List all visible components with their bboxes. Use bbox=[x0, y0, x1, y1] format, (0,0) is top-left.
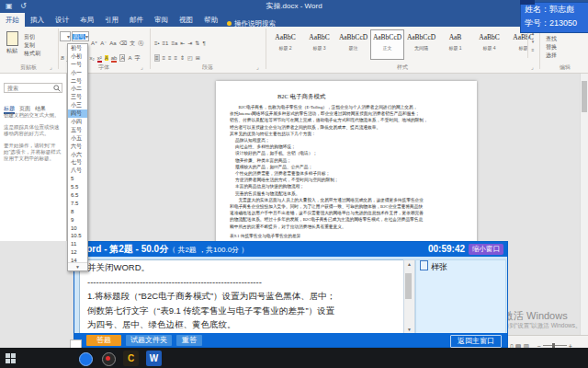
clipboard-button[interactable]: 复制 bbox=[24, 41, 40, 50]
sample-item[interactable]: 样张 bbox=[416, 260, 505, 273]
paragraph-tool-icon[interactable]: ≡ bbox=[163, 55, 166, 61]
nav-tab[interactable]: 页面 bbox=[19, 106, 30, 112]
answer-button[interactable]: 答题 bbox=[86, 335, 121, 346]
paste-button[interactable]: 粘贴 bbox=[3, 30, 21, 60]
font-size-option[interactable]: 10.5 bbox=[68, 232, 87, 240]
dropdown-scroll-down-icon[interactable]: ▼ bbox=[68, 262, 87, 270]
taskbar-recorder-icon[interactable] bbox=[100, 351, 116, 366]
style-item[interactable]: AaBbCcD 正文 bbox=[370, 29, 404, 60]
paragraph-tool-icon[interactable]: ≡ bbox=[175, 55, 178, 61]
font-size-combobox[interactable]: 四号▾ bbox=[72, 31, 89, 41]
tell-me-search[interactable]: 操作说明搜索 bbox=[227, 13, 276, 27]
question-scrollbar[interactable]: ▲ ▼ bbox=[403, 259, 415, 334]
paragraph-tool-icon[interactable]: ⊞ bbox=[196, 54, 200, 61]
paragraph-tool-icon[interactable]: ¶ bbox=[202, 40, 205, 46]
font-size-option[interactable]: 小六 bbox=[68, 151, 87, 159]
style-item[interactable]: AaBbC 标题 3 bbox=[302, 29, 336, 60]
document-scrollbar[interactable] bbox=[580, 74, 588, 335]
paragraph-tool-icon[interactable]: ≡ bbox=[168, 55, 172, 61]
ribbon-tab[interactable]: 审阅 bbox=[149, 13, 174, 27]
zoom-slider[interactable] bbox=[543, 345, 567, 346]
style-item[interactable]: AaBbCcD 无间隔 bbox=[404, 29, 438, 60]
taskbar-word-icon[interactable]: W bbox=[146, 351, 162, 366]
taskbar-exam-app-icon[interactable]: C bbox=[123, 351, 139, 366]
font-size-option[interactable]: 11 bbox=[68, 240, 87, 248]
font-size-option[interactable]: 四号 bbox=[68, 109, 87, 118]
paragraph-tool-icon[interactable]: ≡a bbox=[171, 40, 177, 46]
font-dialog-launcher-icon[interactable]: ⌟ bbox=[141, 63, 143, 70]
redo-button[interactable]: 重答 bbox=[176, 335, 202, 346]
style-item[interactable]: AaB 标题 1 bbox=[438, 29, 472, 60]
font-size-option[interactable]: 五号 bbox=[68, 126, 87, 134]
scrollbar-thumb[interactable] bbox=[582, 81, 587, 112]
ribbon-tab[interactable]: 开始 bbox=[0, 13, 25, 27]
paragraph-tool-icon[interactable]: ≡1 bbox=[163, 40, 169, 46]
paragraph-tool-icon[interactable]: ⇥ bbox=[187, 40, 192, 46]
font-size-option[interactable]: 三号 bbox=[68, 93, 87, 101]
font-size-option[interactable]: 小三 bbox=[68, 101, 87, 109]
paragraph-dialog-launcher-icon[interactable]: ⌟ bbox=[256, 63, 259, 70]
font-size-option[interactable]: 7.5 bbox=[68, 200, 87, 208]
font-size-option[interactable]: 5 bbox=[68, 175, 87, 183]
editing-button[interactable]: 替换 bbox=[546, 43, 557, 52]
font-tool-icon[interactable]: ⌫ bbox=[119, 40, 127, 46]
paragraph-tool-icon[interactable]: ≡ bbox=[154, 54, 160, 62]
font-size-option[interactable]: 初号 bbox=[68, 44, 87, 52]
clipboard-dialog-launcher-icon[interactable]: ⌟ bbox=[50, 63, 52, 70]
font-size-option[interactable]: 8 bbox=[68, 208, 87, 216]
font-tool-icon[interactable]: x² bbox=[97, 55, 102, 63]
nav-tab[interactable]: 结果 bbox=[35, 106, 46, 112]
styles-dialog-launcher-icon[interactable]: ⌟ bbox=[531, 63, 534, 70]
font-tool-icon[interactable]: x₂ bbox=[89, 55, 94, 61]
font-size-option[interactable]: 七号 bbox=[68, 158, 87, 167]
font-size-option[interactable]: 5.5 bbox=[68, 183, 87, 191]
paragraph-tool-icon[interactable]: ⇕ bbox=[180, 54, 185, 61]
font-size-option[interactable]: 小初 bbox=[68, 52, 87, 61]
exam-folder-button[interactable]: 试题文件夹 bbox=[126, 335, 172, 346]
font-tool-icon[interactable]: ab bbox=[111, 55, 118, 63]
font-size-option[interactable]: 八号 bbox=[68, 167, 87, 175]
font-size-option[interactable]: 二号 bbox=[68, 77, 87, 86]
ribbon-tab[interactable]: 邮件 bbox=[124, 13, 149, 27]
font-tool-icon[interactable]: B bbox=[61, 55, 64, 61]
back-to-main-button[interactable]: 返回主窗口 bbox=[450, 335, 502, 348]
editing-button[interactable]: 选择 bbox=[546, 52, 557, 60]
font-size-option[interactable]: 小五 bbox=[68, 134, 87, 143]
paragraph-tool-icon[interactable]: ⇅ bbox=[195, 40, 199, 46]
clipboard-button[interactable]: 剪切 bbox=[24, 33, 40, 41]
font-tool-icon[interactable]: A bbox=[128, 55, 131, 61]
ribbon-tab[interactable]: 插入 bbox=[25, 13, 50, 27]
scroll-down-icon[interactable]: ▼ bbox=[404, 327, 414, 332]
font-size-option[interactable]: 小二 bbox=[68, 85, 87, 93]
font-size-option[interactable]: 10 bbox=[68, 224, 87, 233]
font-size-option[interactable]: 6.5 bbox=[68, 191, 87, 200]
style-item[interactable]: AaBbC 标题 2 bbox=[268, 29, 302, 60]
font-size-option[interactable]: 12 bbox=[68, 248, 87, 257]
font-size-option[interactable]: 小四 bbox=[68, 118, 87, 126]
shrink-window-button[interactable]: 缩小窗口 bbox=[469, 244, 503, 255]
paragraph-tool-icon[interactable]: ≡• bbox=[154, 40, 160, 46]
ribbon-tab[interactable]: 帮助 bbox=[198, 13, 223, 27]
start-button[interactable] bbox=[6, 353, 16, 363]
font-tool-icon[interactable]: A⁺ bbox=[91, 40, 97, 46]
ribbon-tab[interactable]: 引用 bbox=[99, 13, 124, 27]
taskbar-browser-icon[interactable] bbox=[77, 351, 93, 366]
font-tool-icon[interactable]: A bbox=[105, 55, 108, 61]
font-tool-icon[interactable]: A⁻ bbox=[100, 40, 107, 46]
style-item[interactable]: AaBbCcD 题注 bbox=[336, 29, 370, 60]
font-name-combobox[interactable]: ▾ bbox=[60, 31, 71, 41]
font-size-option[interactable]: 一号 bbox=[68, 61, 87, 69]
scroll-up-icon[interactable]: ▲ bbox=[404, 261, 414, 267]
ribbon-tab[interactable]: 设计 bbox=[50, 13, 74, 27]
clipboard-button[interactable]: 格式刷 bbox=[24, 50, 40, 58]
font-tool-icon[interactable]: A bbox=[119, 54, 125, 62]
question-text-area[interactable]: 并关闭WORD。--------------------------------… bbox=[79, 259, 404, 334]
font-tool-icon[interactable]: Aa bbox=[109, 40, 116, 46]
font-tool-icon[interactable]: 字 bbox=[134, 54, 140, 63]
editing-button[interactable]: 查找 bbox=[546, 35, 557, 43]
ribbon-tab[interactable]: 布局 bbox=[74, 13, 99, 27]
font-size-option[interactable]: 9 bbox=[68, 216, 87, 224]
font-size-option[interactable]: 小一 bbox=[68, 69, 87, 77]
paragraph-tool-icon[interactable]: ◰ bbox=[187, 54, 193, 61]
ribbon-tab[interactable]: 视图 bbox=[174, 13, 198, 27]
